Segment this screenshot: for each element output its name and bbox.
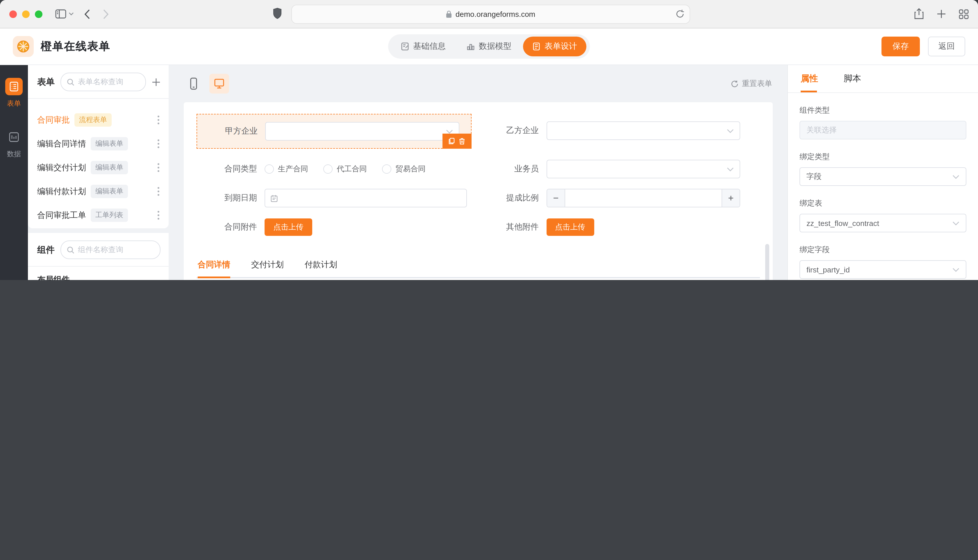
contract-upload-button[interactable]: 点击上传 xyxy=(264,218,312,236)
chevron-down-icon xyxy=(727,129,734,133)
bind-type-select[interactable]: 字段 xyxy=(799,167,966,186)
save-button[interactable]: 保存 xyxy=(881,37,920,57)
component-type-input: 关联选择 xyxy=(799,121,966,139)
radio-circle-icon xyxy=(382,164,391,174)
mobile-preview-icon[interactable] xyxy=(184,74,204,93)
share-icon[interactable] xyxy=(914,8,924,20)
radio-option[interactable]: 代工合同 xyxy=(323,164,367,174)
tab-form-design[interactable]: 表单设计 xyxy=(523,37,587,57)
form-type-badge: 流程表单 xyxy=(74,113,112,127)
new-tab-icon[interactable] xyxy=(937,9,946,18)
app-title: 橙单在线表单 xyxy=(41,39,110,54)
reset-icon xyxy=(731,80,739,87)
traffic-lights xyxy=(9,10,42,18)
reload-icon[interactable] xyxy=(675,9,684,18)
privacy-shield-icon[interactable] xyxy=(273,8,282,19)
form-search-input[interactable]: 表单名称查询 xyxy=(60,73,146,91)
chevron-down-icon xyxy=(953,221,960,225)
salesman-select[interactable] xyxy=(546,160,740,178)
component-search-placeholder: 组件名称查询 xyxy=(78,245,123,255)
lock-icon xyxy=(446,10,452,18)
form-type-badge: 编辑表单 xyxy=(91,161,128,174)
components-panel: 组件 组件名称查询 布局组件 基础块 卡片组件 xyxy=(28,233,169,280)
properties-tabs: 属性 脚本 xyxy=(799,73,966,92)
tab-attributes[interactable]: 属性 xyxy=(801,73,818,92)
form-list-item[interactable]: 编辑合同详情 编辑表单 xyxy=(28,132,169,156)
zoom-window-button[interactable] xyxy=(35,10,42,18)
url-bar[interactable]: demo.orangeforms.com xyxy=(291,5,690,24)
sidebar-chevron-icon[interactable] xyxy=(69,12,74,16)
sidebar-toggle-icon[interactable] xyxy=(55,9,66,18)
first-party-select[interactable] xyxy=(265,122,459,141)
form-list-item[interactable]: 合同审批工单 工单列表 xyxy=(28,203,169,227)
field-label: 乙方企业 xyxy=(478,125,546,136)
data-icon xyxy=(5,128,23,146)
rail-item-label: 表单 xyxy=(7,99,21,108)
other-upload-button[interactable]: 点击上传 xyxy=(546,218,594,236)
bind-field-select[interactable]: first_party_id xyxy=(799,260,966,279)
increase-icon[interactable] xyxy=(722,189,740,207)
radio-circle-icon xyxy=(264,164,274,174)
forward-button-icon[interactable] xyxy=(103,9,109,19)
commission-number-input[interactable] xyxy=(546,189,740,207)
copy-field-icon[interactable] xyxy=(448,138,455,145)
rail-item-data[interactable]: 数据 xyxy=(5,128,23,159)
app-header: 橙单在线表单 基础信息 数据模型 表单设计 保存 返回 xyxy=(0,28,978,65)
component-group-label: 布局组件 xyxy=(28,267,169,280)
form-list-item[interactable]: 编辑付款计划 编辑表单 xyxy=(28,180,169,203)
components-panel-title: 组件 xyxy=(37,244,55,255)
prop-label: 组件类型 xyxy=(799,105,966,116)
basic-info-icon xyxy=(401,42,409,50)
tab-overview-icon[interactable] xyxy=(959,9,969,19)
field-action-bar xyxy=(442,133,471,149)
tab-data-model[interactable]: 数据模型 xyxy=(457,37,521,57)
field-label: 甲方企业 xyxy=(197,126,265,137)
bind-table-select[interactable]: zz_test_flow_contract xyxy=(799,214,966,232)
tab-contract-detail[interactable]: 合同详情 xyxy=(198,253,230,277)
form-type-badge: 工单列表 xyxy=(91,208,128,222)
chevron-down-icon xyxy=(727,167,734,171)
form-list-item[interactable]: 编辑交付计划 编辑表单 xyxy=(28,156,169,180)
main-area: 表单 数据 表单 表单名称查询 xyxy=(0,65,978,280)
radio-circle-icon xyxy=(323,164,333,174)
form-design-icon xyxy=(532,42,540,50)
radio-option[interactable]: 生产合同 xyxy=(264,164,308,174)
more-actions-icon[interactable] xyxy=(155,113,162,127)
prop-label: 绑定字段 xyxy=(799,245,966,255)
commission-value[interactable] xyxy=(565,189,722,207)
back-button[interactable]: 返回 xyxy=(928,37,965,57)
tab-payment-plan[interactable]: 付款计划 xyxy=(305,253,337,277)
detail-tabs: 合同详情 交付计划 付款计划 xyxy=(197,253,760,278)
close-window-button[interactable] xyxy=(9,10,17,18)
due-date-input[interactable] xyxy=(264,189,466,207)
decrease-icon[interactable] xyxy=(547,189,565,207)
more-actions-icon[interactable] xyxy=(155,208,162,222)
form-list-item[interactable]: 合同审批 流程表单 xyxy=(28,108,169,132)
second-party-select[interactable] xyxy=(546,122,740,140)
more-actions-icon[interactable] xyxy=(155,185,162,198)
back-button-icon[interactable] xyxy=(84,9,90,19)
tab-delivery-plan[interactable]: 交付计划 xyxy=(251,253,284,277)
tab-script[interactable]: 脚本 xyxy=(844,73,861,92)
forms-panel-title: 表单 xyxy=(37,77,55,87)
design-canvas-area: 重置表单 甲方企业 xyxy=(169,65,787,280)
prop-label: 绑定类型 xyxy=(799,152,966,162)
radio-option[interactable]: 贸易合同 xyxy=(382,164,426,174)
component-search-input[interactable]: 组件名称查询 xyxy=(60,240,160,259)
chevron-down-icon xyxy=(953,175,960,178)
more-actions-icon[interactable] xyxy=(155,137,162,150)
desktop-preview-icon[interactable] xyxy=(209,74,229,93)
selected-field-first-party[interactable]: 甲方企业 xyxy=(197,114,471,149)
minimize-window-button[interactable] xyxy=(22,10,30,18)
delete-field-icon[interactable] xyxy=(459,138,465,145)
contract-type-radio-group: 生产合同 代工合同 贸易合同 xyxy=(264,164,466,174)
tab-basic-info[interactable]: 基础信息 xyxy=(391,37,455,57)
field-label: 合同类型 xyxy=(197,164,264,174)
field-label: 到期日期 xyxy=(197,193,264,203)
reset-form-button[interactable]: 重置表单 xyxy=(731,78,772,89)
more-actions-icon[interactable] xyxy=(155,161,162,174)
canvas-scrollbar[interactable] xyxy=(765,244,769,280)
rail-item-forms[interactable]: 表单 xyxy=(5,78,23,108)
divider xyxy=(788,92,978,93)
add-form-icon[interactable] xyxy=(152,78,160,86)
